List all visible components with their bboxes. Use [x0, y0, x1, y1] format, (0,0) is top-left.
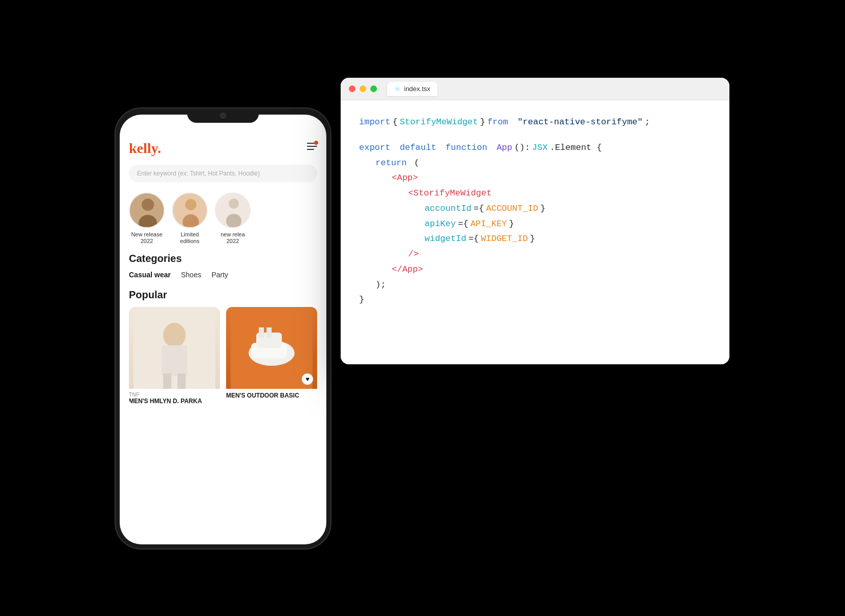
- code-content: import { StorifyMeWidget } from "react-n…: [341, 100, 729, 364]
- phone-notch: [187, 108, 259, 123]
- blank-line: [359, 130, 711, 140]
- search-bar[interactable]: Enter keyword (ex: Tshirt, Hot Pants, Ho…: [129, 165, 317, 182]
- notification-dot: [314, 141, 318, 145]
- file-tab[interactable]: ⚛ index.tsx: [387, 82, 437, 96]
- code-line-5: <App>: [359, 170, 711, 186]
- code-line-3: export default function App (): JSX .Ele…: [359, 140, 711, 156]
- product-name-2: MEN'S OUTDOOR BASIC: [226, 392, 317, 399]
- svg-rect-18: [259, 327, 264, 338]
- story-circle: [129, 192, 165, 228]
- code-line-9: widgetId ={ WIDGET_ID }: [359, 231, 711, 247]
- menu-button[interactable]: [307, 143, 317, 154]
- window-titlebar: ⚛ index.tsx: [341, 78, 729, 100]
- minimize-button[interactable]: [360, 85, 366, 92]
- code-editor-window: ⚛ index.tsx import { StorifyMeWidget } f…: [341, 78, 729, 364]
- svg-point-10: [163, 323, 186, 347]
- svg-point-7: [229, 199, 239, 209]
- story-item[interactable]: Limitededitions: [172, 192, 208, 245]
- phone-screen: kelly. Enter keyword (ex: Tsh: [120, 115, 326, 544]
- code-line-11: </App>: [359, 262, 711, 277]
- svg-point-1: [142, 199, 154, 211]
- story-label: new relea2022: [220, 231, 245, 245]
- categories-tabs: Casual wear Shoes Party: [129, 271, 317, 279]
- story-item[interactable]: New release2022: [129, 192, 165, 245]
- product-image-2: ♥: [226, 307, 317, 389]
- story-item[interactable]: new relea2022: [215, 192, 251, 245]
- story-label: New release2022: [131, 231, 162, 245]
- phone-header: kelly.: [129, 140, 317, 157]
- category-tab-shoes[interactable]: Shoes: [181, 271, 202, 279]
- code-line-4: return (: [359, 156, 711, 171]
- svg-rect-11: [162, 345, 187, 376]
- code-line-1: import { StorifyMeWidget } from "react-n…: [359, 115, 711, 130]
- svg-rect-13: [177, 373, 186, 389]
- stories-row: New release2022 Limitededitions: [129, 192, 317, 245]
- story-label: Limitededitions: [180, 231, 199, 245]
- svg-point-4: [185, 199, 196, 210]
- svg-rect-19: [266, 327, 272, 338]
- svg-rect-12: [163, 373, 171, 389]
- categories-title: Categories: [129, 253, 317, 265]
- svg-point-8: [226, 214, 241, 228]
- react-icon: ⚛: [394, 85, 401, 93]
- phone-mockup: kelly. Enter keyword (ex: Tsh: [116, 108, 330, 548]
- close-button[interactable]: [349, 85, 355, 92]
- app-logo: kelly.: [129, 140, 161, 157]
- product-card-2[interactable]: ♥ MEN'S OUTDOOR BASIC: [226, 307, 317, 405]
- phone-camera: [220, 113, 226, 119]
- product-image-1: [129, 307, 220, 389]
- story-circle: [172, 192, 208, 228]
- category-tab-party[interactable]: Party: [211, 271, 228, 279]
- code-line-6: <StorifyMeWidget: [359, 186, 711, 201]
- popular-title: Popular: [129, 289, 317, 301]
- product-brand-1: TNF: [129, 392, 220, 398]
- maximize-button[interactable]: [370, 85, 377, 92]
- code-line-7: accountId ={ ACCOUNT_ID }: [359, 201, 711, 216]
- story-circle: [215, 192, 251, 228]
- code-line-13: }: [359, 292, 711, 307]
- tab-filename: index.tsx: [404, 85, 430, 93]
- product-name-1: MEN'S HMLYN D. PARKA: [129, 398, 220, 405]
- code-line-8: apiKey ={ API_KEY }: [359, 216, 711, 232]
- keyword-import: import: [359, 115, 390, 130]
- code-line-10: />: [359, 247, 711, 262]
- phone-content: kelly. Enter keyword (ex: Tsh: [120, 115, 326, 544]
- product-grid: TNF MEN'S HMLYN D. PARKA: [129, 307, 317, 405]
- code-line-12: );: [359, 277, 711, 293]
- product-card-1[interactable]: TNF MEN'S HMLYN D. PARKA: [129, 307, 220, 405]
- category-tab-casual[interactable]: Casual wear: [129, 271, 171, 279]
